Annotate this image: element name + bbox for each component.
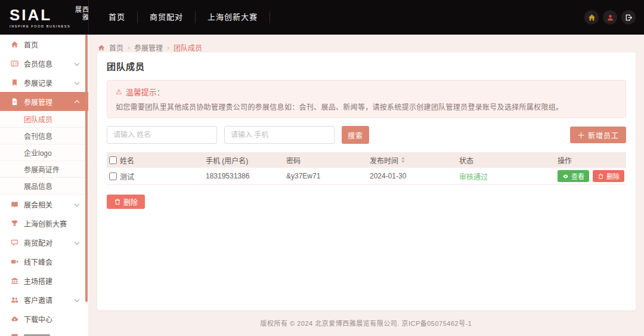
brand-cjk: 西雅展 — [74, 6, 88, 29]
search-button[interactable]: 搜索 — [342, 126, 369, 144]
view-label: 查看 — [571, 171, 584, 181]
sidebar-item-label: 客户邀请 — [24, 295, 52, 305]
warning-icon: ⚠ — [116, 88, 122, 95]
team-members-table: 姓名 手机 (用户名) 密码 发布时间 状态 操作 测试 18319531386… — [107, 152, 626, 185]
col-header-status: 状态 — [459, 155, 558, 165]
table-row: 测试 18319531386 &y37Ew71 2024-01-30 审核通过 … — [107, 168, 626, 185]
sidebar-item-exhibition-records[interactable]: 参展记录 — [0, 73, 88, 92]
sidebar-item-label: 参展记录 — [24, 78, 52, 88]
home-icon[interactable] — [584, 10, 599, 24]
sidebar-item-label: 下载中心 — [24, 314, 52, 324]
row-actions: 查看 删除 — [558, 170, 626, 182]
submenu-item-exhibit-info[interactable]: 展品信息 — [0, 178, 88, 195]
chevron-down-icon — [75, 202, 79, 206]
sidebar-item-label: 商贸配对 — [24, 238, 52, 248]
bank-icon — [11, 277, 18, 285]
col-header-phone: 手机 (用户名) — [206, 155, 286, 165]
topnav-trade-matching[interactable]: 商贸配对 — [137, 11, 195, 23]
page-title: 团队成员 — [107, 53, 626, 72]
sidebar: 首页 会员信息 参展记录 参展管理 团队成员 会刊信息 企业 — [0, 35, 88, 336]
bulk-delete-button[interactable]: 删除 — [107, 195, 145, 209]
home-icon — [98, 44, 105, 51]
user-icon[interactable] — [603, 10, 617, 24]
sidebar-item-label: 展会相关 — [24, 199, 52, 209]
brand-logo[interactable]: SIAL INSPIRE FOOD BUSINESS 西雅展 — [0, 5, 91, 29]
exhibition-management-submenu: 团队成员 会刊信息 企业logo 参展商证件 展品信息 — [0, 111, 88, 195]
name-search-input[interactable] — [107, 126, 217, 144]
submenu-item-team-members[interactable]: 团队成员 — [0, 111, 88, 128]
breadcrumb-current: 团队成员 — [174, 42, 202, 53]
cell-phone: 18319531386 — [206, 172, 286, 180]
submenu-item-exhibitor-badge[interactable]: 参展商证件 — [0, 161, 88, 178]
col-header-actions: 操作 — [558, 155, 626, 165]
sidebar-scrollbar[interactable] — [85, 35, 88, 302]
sidebar-item-home[interactable]: 首页 — [0, 35, 88, 54]
status-badge: 审核通过 — [459, 171, 558, 181]
chat-icon — [11, 239, 18, 246]
chevron-down-icon — [75, 61, 79, 66]
topnav-home[interactable]: 首页 — [97, 11, 137, 23]
sidebar-item-venue-construction[interactable]: 主场搭建 — [0, 271, 88, 290]
video-icon — [11, 258, 18, 266]
sidebar-item-innovation-contest[interactable]: 上海创新大赛 — [0, 214, 88, 233]
sidebar-item-trade-matching[interactable]: 商贸配对 — [0, 233, 88, 252]
col-header-password: 密码 — [286, 155, 370, 165]
cell-password: &y37Ew71 — [286, 172, 370, 180]
top-nav: 首页 商贸配对 上海创新大赛 — [97, 0, 270, 35]
breadcrumb: 首页 › 参展管理 › 团队成员 — [88, 35, 644, 53]
breadcrumb-home[interactable]: 首页 — [109, 42, 123, 53]
sidebar-item-exhibition-related[interactable]: 展会相关 — [0, 195, 88, 214]
unknown-icon — [11, 333, 18, 336]
add-employee-button[interactable]: ＋ 新增员工 — [570, 127, 626, 143]
sidebar-item-offline-summit[interactable]: 线下峰会 — [0, 252, 88, 271]
sidebar-item-label: 参展管理 — [24, 97, 52, 107]
bookmark-icon — [11, 79, 18, 87]
breadcrumb-separator: › — [128, 44, 130, 52]
cell-date: 2024-01-30 — [370, 172, 459, 180]
sidebar-item-partial[interactable] — [0, 332, 88, 336]
phone-search-input[interactable] — [224, 126, 335, 144]
cell-name: 测试 — [120, 171, 206, 181]
select-all-checkbox[interactable] — [109, 156, 117, 164]
bulk-delete-label: 删除 — [123, 197, 138, 207]
toolbar: 搜索 ＋ 新增员工 — [107, 126, 626, 144]
logout-icon[interactable] — [621, 10, 636, 24]
users-icon — [11, 296, 18, 304]
sidebar-item-member-info[interactable]: 会员信息 — [0, 54, 88, 73]
brand-name: SIAL — [10, 7, 70, 23]
table-header-row: 姓名 手机 (用户名) 密码 发布时间 状态 操作 — [107, 152, 626, 168]
document-icon — [11, 98, 18, 106]
sidebar-item-label: 会员信息 — [24, 58, 52, 69]
topbar-icons — [584, 10, 636, 24]
sidebar-item-label: 线下峰会 — [24, 257, 52, 267]
trash-icon — [114, 198, 121, 205]
sidebar-item-download-center[interactable]: 下载中心 — [0, 309, 88, 328]
delete-row-button[interactable]: 删除 — [593, 170, 624, 182]
book-icon — [11, 201, 18, 208]
chevron-down-icon — [75, 240, 79, 245]
chevron-down-icon — [75, 297, 79, 302]
submenu-item-catalogue-info[interactable]: 会刊信息 — [0, 128, 88, 144]
sidebar-item-customer-invitation[interactable]: 客户邀请 — [0, 290, 88, 309]
breadcrumb-exhibition-management[interactable]: 参展管理 — [134, 42, 163, 53]
col-header-name: 姓名 — [120, 155, 206, 165]
chevron-down-icon — [75, 80, 79, 85]
sidebar-item-exhibition-management[interactable]: 参展管理 — [0, 92, 88, 111]
view-button[interactable]: 查看 — [558, 170, 589, 182]
cloud-download-icon — [11, 315, 18, 323]
breadcrumb-separator: › — [167, 44, 169, 52]
screen: SIAL INSPIRE FOOD BUSINESS 西雅展 首页 商贸配对 上… — [0, 0, 644, 336]
sort-icon[interactable] — [401, 157, 405, 163]
content-card: 团队成员 ⚠ 温馨提示： 如您需要团队里其他成员协助管理贵公司的参展信息如：会刊… — [97, 53, 636, 310]
brand-tagline: INSPIRE FOOD BUSINESS — [10, 24, 70, 28]
row-checkbox[interactable] — [109, 172, 117, 180]
plus-icon: ＋ — [577, 131, 586, 139]
delete-row-label: 删除 — [606, 171, 620, 181]
eye-icon — [562, 173, 569, 180]
notice-body: 如您需要团队里其他成员协助管理贵公司的参展信息如：会刊、展品、新闻等，请按系统提… — [116, 101, 617, 112]
trash-icon — [597, 173, 604, 180]
topnav-innovation-contest[interactable]: 上海创新大赛 — [195, 11, 270, 23]
submenu-item-company-logo[interactable]: 企业logo — [0, 144, 88, 161]
topnav-divider — [270, 11, 270, 23]
topbar: SIAL INSPIRE FOOD BUSINESS 西雅展 首页 商贸配对 上… — [0, 0, 644, 35]
